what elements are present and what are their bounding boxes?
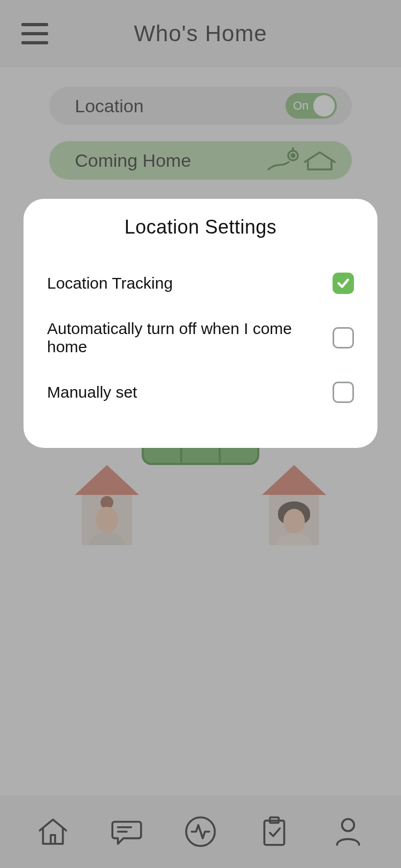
option-location-tracking[interactable]: Location Tracking: [47, 260, 354, 307]
option-label: Automatically turn off when I come home: [47, 320, 333, 356]
app-screen: Who's Home Location On Coming Home: [0, 0, 401, 868]
option-auto-off[interactable]: Automatically turn off when I come home: [47, 307, 354, 369]
checkbox-checked-icon[interactable]: [333, 273, 354, 294]
modal-title: Location Settings: [47, 216, 354, 238]
option-label: Location Tracking: [47, 274, 173, 292]
checkbox-unchecked-icon[interactable]: [333, 382, 354, 403]
option-label: Manually set: [47, 383, 137, 401]
checkbox-unchecked-icon[interactable]: [333, 327, 354, 348]
option-manually-set[interactable]: Manually set: [47, 369, 354, 416]
location-settings-modal: Location Settings Location Tracking Auto…: [24, 199, 377, 448]
